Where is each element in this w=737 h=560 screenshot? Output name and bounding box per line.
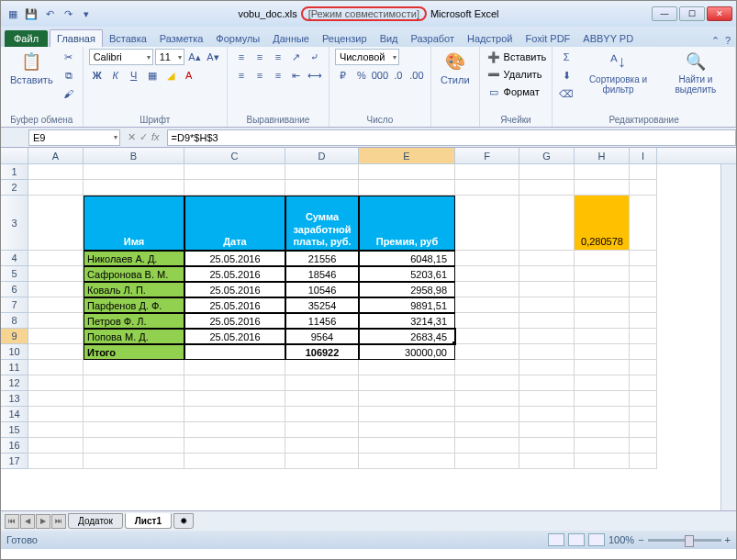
row-header[interactable]: 16 xyxy=(1,438,28,454)
cell-h3[interactable]: 0,280578 xyxy=(575,196,630,251)
minimize-button[interactable]: — xyxy=(652,6,677,21)
cell-salary[interactable]: 10546 xyxy=(285,282,359,297)
cell[interactable] xyxy=(455,375,519,391)
row-header[interactable]: 5 xyxy=(1,266,28,282)
insert-button[interactable]: ➕Вставить xyxy=(486,49,547,65)
cell[interactable] xyxy=(630,438,657,454)
cell[interactable] xyxy=(575,313,630,329)
header-date[interactable]: Дата xyxy=(184,196,285,251)
align-top-icon[interactable]: ≡ xyxy=(233,49,250,65)
bold-icon[interactable]: Ж xyxy=(89,67,106,84)
cell[interactable] xyxy=(630,266,657,282)
border-icon[interactable]: ▦ xyxy=(144,67,161,84)
cell[interactable] xyxy=(28,391,84,407)
cell[interactable] xyxy=(519,375,575,391)
col-header-a[interactable]: A xyxy=(28,148,84,163)
cell[interactable] xyxy=(575,266,630,282)
cell[interactable] xyxy=(285,375,359,391)
cell[interactable] xyxy=(84,391,184,407)
spreadsheet-grid[interactable]: A B C D E F G H I 1 2 3ИмяДатаСумма зара… xyxy=(1,148,736,510)
cell[interactable] xyxy=(630,344,657,360)
select-all-corner[interactable] xyxy=(1,148,28,163)
zoom-out-icon[interactable]: − xyxy=(638,534,643,545)
undo-icon[interactable]: ↶ xyxy=(41,6,58,22)
cell[interactable] xyxy=(28,360,84,375)
cell[interactable] xyxy=(28,454,84,469)
inc-decimal-icon[interactable]: .0 xyxy=(390,67,407,84)
wrap-text-icon[interactable]: ⤶ xyxy=(307,49,323,65)
file-tab[interactable]: Файл xyxy=(5,30,48,47)
tab-data[interactable]: Данные xyxy=(266,30,316,47)
sheet-first-icon[interactable]: ⏮ xyxy=(5,514,19,529)
cell[interactable] xyxy=(455,360,519,375)
cell[interactable] xyxy=(575,164,630,180)
cell[interactable] xyxy=(575,344,630,360)
cell[interactable] xyxy=(575,297,630,313)
col-header-c[interactable]: C xyxy=(184,148,285,163)
save-icon[interactable]: 💾 xyxy=(23,6,39,22)
align-middle-icon[interactable]: ≡ xyxy=(251,49,268,65)
tab-view[interactable]: Вид xyxy=(374,30,405,47)
cell[interactable] xyxy=(455,282,519,297)
cell[interactable] xyxy=(84,375,184,391)
cell[interactable] xyxy=(184,391,285,407)
cell[interactable] xyxy=(575,375,630,391)
col-header-i[interactable]: I xyxy=(630,148,657,163)
cell[interactable] xyxy=(519,180,575,196)
cell[interactable] xyxy=(184,422,285,438)
cell[interactable] xyxy=(455,407,519,422)
cell-total-label[interactable]: Итого xyxy=(84,344,184,360)
align-right-icon[interactable]: ≡ xyxy=(270,67,286,84)
cell[interactable] xyxy=(455,313,519,329)
cell[interactable] xyxy=(28,251,84,266)
row-header[interactable]: 2 xyxy=(1,180,28,196)
cell[interactable] xyxy=(285,438,359,454)
cell[interactable] xyxy=(28,407,84,422)
cell[interactable] xyxy=(455,164,519,180)
cell[interactable] xyxy=(455,391,519,407)
orientation-icon[interactable]: ↗ xyxy=(288,49,305,65)
tab-formulas[interactable]: Формулы xyxy=(209,30,266,47)
cell-date[interactable]: 25.05.2016 xyxy=(184,297,285,313)
row-header[interactable]: 17 xyxy=(1,454,28,469)
cell[interactable] xyxy=(575,329,630,344)
col-header-b[interactable]: B xyxy=(84,148,184,163)
cell[interactable] xyxy=(519,407,575,422)
cell[interactable] xyxy=(84,454,184,469)
cell[interactable] xyxy=(519,344,575,360)
grow-font-icon[interactable]: A▴ xyxy=(186,49,203,65)
cell[interactable] xyxy=(455,266,519,282)
dec-decimal-icon[interactable]: .00 xyxy=(408,67,425,84)
shrink-font-icon[interactable]: A▾ xyxy=(205,49,221,65)
currency-icon[interactable]: ₽ xyxy=(335,67,352,84)
cell[interactable] xyxy=(630,360,657,375)
cell[interactable] xyxy=(84,180,184,196)
cell[interactable] xyxy=(359,438,455,454)
tab-addins[interactable]: Надстрой xyxy=(461,30,519,47)
clear-icon[interactable]: ⌫ xyxy=(558,85,575,102)
cell-total-salary[interactable]: 106922 xyxy=(285,344,359,360)
cell[interactable] xyxy=(28,266,84,282)
cell[interactable] xyxy=(184,454,285,469)
cell[interactable] xyxy=(28,196,84,251)
cell[interactable] xyxy=(630,422,657,438)
cell[interactable] xyxy=(630,375,657,391)
cell[interactable] xyxy=(28,180,84,196)
cell[interactable] xyxy=(84,407,184,422)
number-format-combo[interactable]: Числовой xyxy=(335,49,399,65)
italic-icon[interactable]: К xyxy=(107,67,124,84)
enter-formula-icon[interactable]: ✓ xyxy=(140,131,148,143)
col-header-h[interactable]: H xyxy=(575,148,630,163)
cell[interactable] xyxy=(359,375,455,391)
cell[interactable] xyxy=(455,454,519,469)
cell[interactable] xyxy=(519,391,575,407)
name-box[interactable]: E9 xyxy=(28,129,120,146)
tab-home[interactable]: Главная xyxy=(50,29,103,47)
cell[interactable] xyxy=(575,438,630,454)
cell[interactable] xyxy=(285,164,359,180)
align-center-icon[interactable]: ≡ xyxy=(251,67,268,84)
qat-more-icon[interactable]: ▾ xyxy=(78,6,95,22)
cell[interactable] xyxy=(519,164,575,180)
underline-icon[interactable]: Ч xyxy=(126,67,142,84)
cell-bonus[interactable]: 5203,61 xyxy=(359,266,455,282)
